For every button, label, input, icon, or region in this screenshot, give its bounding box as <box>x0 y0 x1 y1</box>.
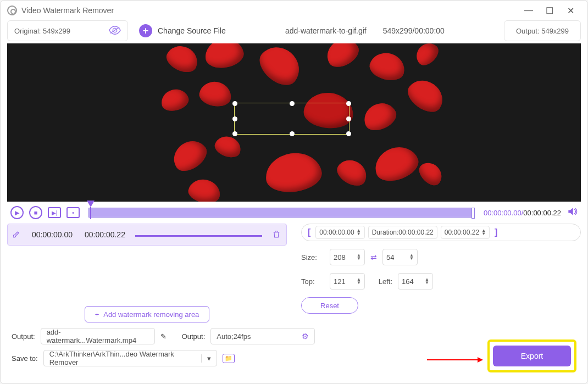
spinner-icon[interactable]: ▲▼ <box>481 229 486 236</box>
minimize-button[interactable]: — <box>518 2 539 19</box>
change-source-button[interactable]: + Change Source File <box>139 24 226 37</box>
petal-decor <box>212 133 243 160</box>
petal-decor <box>359 98 400 135</box>
range-duration-value: Duration:00:00:00.22 <box>372 229 434 236</box>
resize-handle[interactable] <box>346 116 351 121</box>
delete-segment-button[interactable] <box>272 229 281 241</box>
petal-decor <box>186 176 222 202</box>
petal-decor <box>412 43 442 69</box>
reset-label: Reset <box>320 302 339 310</box>
top-label: Top: <box>301 277 324 286</box>
original-dimensions-label: Original: 549x299 <box>14 27 70 35</box>
spinner-icon[interactable]: ▲▼ <box>357 278 361 285</box>
stop-button[interactable]: ■ <box>29 206 42 219</box>
range-start-field[interactable]: 00:00:00.00 ▲▼ <box>315 226 364 239</box>
app-logo <box>7 5 17 15</box>
gear-icon[interactable]: ⚙ <box>302 332 309 341</box>
resize-handle[interactable] <box>232 116 237 121</box>
link-aspect-icon[interactable]: ⇄ <box>370 253 377 261</box>
height-value: 54 <box>386 253 394 261</box>
range-duration-field[interactable]: Duration:00:00:00.22 <box>368 226 437 239</box>
spinner-icon[interactable]: ▲▼ <box>409 254 414 260</box>
spinner-icon[interactable]: ▲▼ <box>425 278 429 285</box>
width-field[interactable]: 208 ▲▼ <box>330 249 365 265</box>
output-file-label: Output: <box>12 332 35 341</box>
segment-start: 00:00:00.00 <box>32 230 73 239</box>
browse-folder-icon[interactable]: 📁 <box>223 354 235 363</box>
petal-decor <box>163 43 202 76</box>
range-end-field[interactable]: 00:00:00.22 ▲▼ <box>441 226 490 239</box>
set-mark-button[interactable]: • <box>66 207 80 218</box>
edit-output-icon[interactable]: ✎ <box>160 332 167 341</box>
petal-decor <box>263 149 324 196</box>
range-start-bracket[interactable]: [ <box>306 227 312 237</box>
play-button[interactable]: ▶ <box>10 206 24 219</box>
export-button[interactable]: Export <box>493 346 571 366</box>
height-field[interactable]: 54 ▲▼ <box>382 249 418 265</box>
range-end-value: 00:00:00.22 <box>445 229 479 236</box>
resize-handle[interactable] <box>290 101 295 106</box>
petal-decor <box>403 74 449 118</box>
video-preview[interactable] <box>7 43 581 202</box>
resize-handle[interactable] <box>346 101 351 106</box>
original-dimensions-box: Original: 549x299 <box>7 20 128 41</box>
top-field[interactable]: 121 ▲▼ <box>330 273 365 290</box>
plus-icon: + <box>139 24 152 37</box>
resize-handle[interactable] <box>290 131 295 136</box>
change-source-label: Change Source File <box>158 26 226 35</box>
source-dims-time: 549x299/00:00:00 <box>383 26 445 35</box>
brush-icon <box>13 230 22 240</box>
time-total: 00:00:00.22 <box>523 209 561 217</box>
add-watermark-area-button[interactable]: + Add watermark removing area <box>85 306 210 322</box>
timeline-end-handle[interactable] <box>471 208 475 219</box>
export-label: Export <box>521 352 543 360</box>
transport-bar: ▶ ■ ▶| • 00:00:00.00/00:00:00.22 <box>1 202 587 224</box>
reset-button[interactable]: Reset <box>301 297 358 314</box>
volume-icon[interactable] <box>567 206 578 219</box>
left-label: Left: <box>370 277 392 286</box>
petal-decor <box>203 43 246 71</box>
app-title: Video Watermark Remover <box>21 6 114 15</box>
segment-end: 00:00:00.22 <box>85 230 125 239</box>
time-readout: 00:00:00.00/00:00:00.22 <box>484 209 561 217</box>
range-row: [ 00:00:00.00 ▲▼ Duration:00:00:00.22 00… <box>301 224 581 241</box>
step-forward-button[interactable]: ▶| <box>48 207 61 218</box>
saveto-path-field[interactable]: C:\ArkThinker\ArkThin...deo Watermark Re… <box>43 350 217 366</box>
plus-icon: + <box>95 310 99 319</box>
range-start-value: 00:00:00.00 <box>319 229 354 236</box>
selection-rectangle[interactable] <box>234 103 350 135</box>
output-format-label: Output: <box>182 332 206 341</box>
time-current: 00:00:00.00 <box>484 209 522 217</box>
output-format-field[interactable]: Auto;24fps ⚙ <box>210 328 315 344</box>
timeline-scrubber[interactable] <box>88 208 475 218</box>
source-filename: add-watermark-to-gif.gif <box>285 26 367 35</box>
width-value: 208 <box>334 253 346 261</box>
segments-panel: 00:00:00.00 00:00:00.22 + Add watermark … <box>7 224 287 322</box>
spinner-icon[interactable]: ▲▼ <box>357 254 361 260</box>
toolbar: Original: 549x299 + Change Source File a… <box>1 20 587 41</box>
playhead-icon[interactable] <box>87 201 95 207</box>
output-format-value: Auto;24fps <box>217 332 251 341</box>
petal-decor <box>367 49 408 84</box>
playhead-line <box>90 207 91 219</box>
preview-eye-icon[interactable] <box>109 26 121 36</box>
output-dimensions-box: Output: 549x299 <box>504 20 581 41</box>
petal-decor <box>370 141 422 186</box>
segment-row[interactable]: 00:00:00.00 00:00:00.22 <box>7 224 287 246</box>
range-end-bracket[interactable]: ] <box>493 227 499 237</box>
close-button[interactable]: ✕ <box>560 2 581 19</box>
saveto-path-value: C:\ArkThinker\ArkThin...deo Watermark Re… <box>49 350 201 366</box>
titlebar: Video Watermark Remover — ☐ ✕ <box>1 1 587 20</box>
resize-handle[interactable] <box>346 131 351 136</box>
petal-decor <box>322 43 363 72</box>
spinner-icon[interactable]: ▲▼ <box>357 229 361 236</box>
chevron-down-icon[interactable]: ▾ <box>201 354 211 363</box>
maximize-button[interactable]: ☐ <box>539 2 560 19</box>
petal-decor <box>415 158 447 190</box>
output-filename-field[interactable]: add-watermark...Watermark.mp4 <box>41 328 155 344</box>
add-area-label: Add watermark removing area <box>103 310 199 319</box>
resize-handle[interactable] <box>232 101 237 106</box>
resize-handle[interactable] <box>232 131 237 136</box>
left-field[interactable]: 164 ▲▼ <box>398 273 433 290</box>
segment-bar[interactable] <box>135 235 262 237</box>
